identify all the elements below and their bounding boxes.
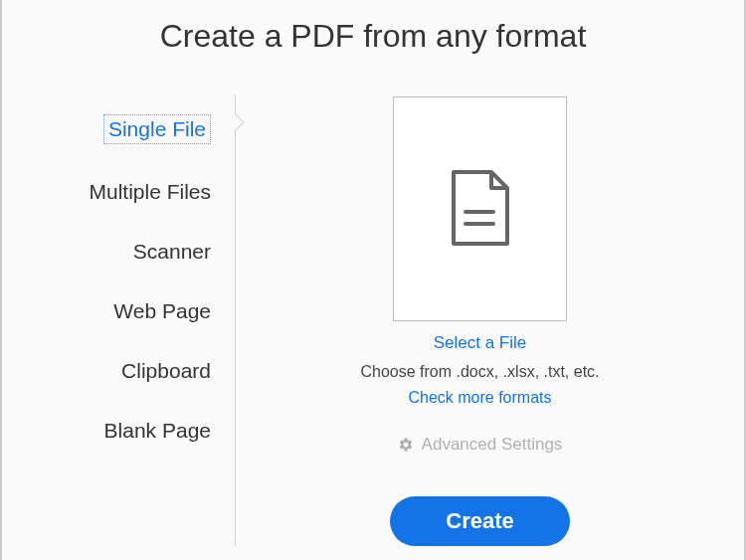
check-more-formats-link[interactable]: Check more formats bbox=[408, 389, 551, 407]
page-title: Create a PDF from any format bbox=[2, 0, 744, 94]
select-file-link[interactable]: Select a File bbox=[434, 333, 527, 353]
help-text: Choose from .docx, .xlsx, .txt, etc. bbox=[360, 363, 599, 381]
sidebar-item-clipboard[interactable]: Clipboard bbox=[52, 351, 235, 391]
sidebar-item-label: Multiple Files bbox=[89, 180, 211, 203]
sidebar-item-single-file[interactable]: Single File bbox=[52, 106, 235, 152]
sidebar-item-blank-page[interactable]: Blank Page bbox=[52, 411, 235, 451]
sidebar-item-label: Blank Page bbox=[104, 419, 211, 442]
sidebar-item-multiple-files[interactable]: Multiple Files bbox=[52, 172, 235, 212]
sidebar-item-label: Scanner bbox=[133, 240, 211, 263]
main-panel: Select a File Choose from .docx, .xlsx, … bbox=[236, 94, 724, 546]
file-dropzone[interactable] bbox=[393, 96, 567, 321]
advanced-settings-button[interactable]: Advanced Settings bbox=[398, 435, 563, 455]
document-icon bbox=[450, 170, 511, 248]
create-button[interactable]: Create bbox=[390, 496, 569, 546]
sidebar: Single File Multiple Files Scanner Web P… bbox=[52, 94, 236, 546]
sidebar-item-label: Single File bbox=[103, 114, 211, 144]
sidebar-item-scanner[interactable]: Scanner bbox=[52, 232, 235, 272]
sidebar-item-label: Clipboard bbox=[121, 359, 211, 382]
advanced-settings-label: Advanced Settings bbox=[422, 435, 563, 455]
gear-icon bbox=[398, 437, 414, 453]
sidebar-item-label: Web Page bbox=[113, 299, 211, 322]
sidebar-item-web-page[interactable]: Web Page bbox=[52, 291, 235, 331]
